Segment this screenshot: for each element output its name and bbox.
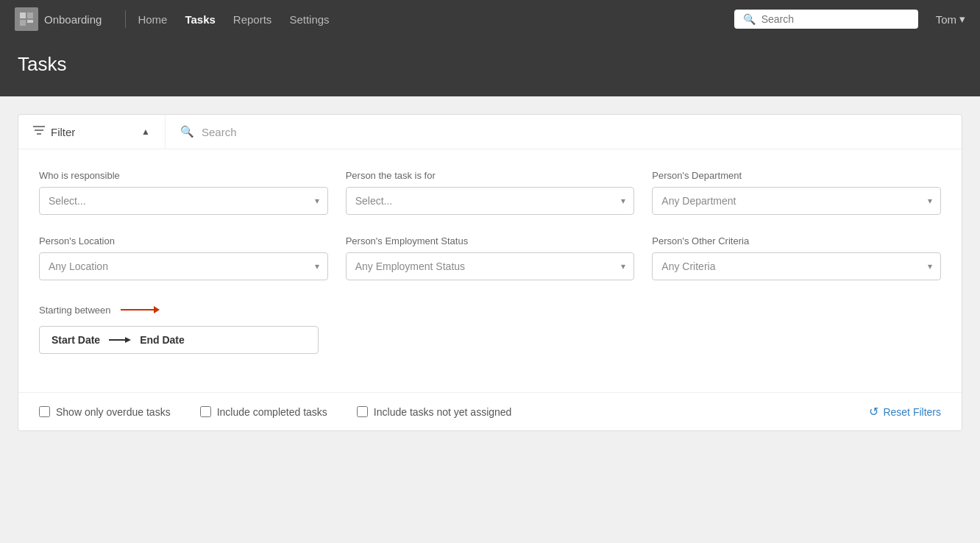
- department-label: Person's Department: [652, 170, 941, 181]
- other-criteria-select[interactable]: Any Criteria: [652, 252, 941, 280]
- not-assigned-checkbox-group: Include tasks not yet assigned: [357, 406, 512, 418]
- navbar-logo[interactable]: Onboarding: [15, 7, 102, 31]
- employment-status-select[interactable]: Any Employment Status: [346, 252, 635, 280]
- filter-toggle[interactable]: Filter ▲: [18, 115, 166, 149]
- completed-checkbox[interactable]: [200, 406, 211, 417]
- who-responsible-select[interactable]: Select...: [39, 187, 328, 215]
- location-label: Person's Location: [39, 235, 328, 246]
- starting-between-label: Starting between: [39, 301, 941, 319]
- filter-department: Person's Department Any Department: [652, 170, 941, 215]
- overdue-checkbox-group: Show only overdue tasks: [39, 406, 171, 418]
- user-name: Tom: [936, 13, 956, 26]
- navbar: Onboarding Home Tasks Reports Settings 🔍…: [0, 0, 980, 38]
- filter-employment-status: Person's Employment Status Any Employmen…: [346, 235, 635, 280]
- employment-status-label: Person's Employment Status: [346, 235, 635, 246]
- not-assigned-checkbox[interactable]: [357, 406, 368, 417]
- svg-rect-1: [27, 13, 33, 18]
- navbar-search-icon: 🔍: [743, 13, 756, 25]
- other-criteria-label: Person's Other Criteria: [652, 235, 941, 246]
- location-select[interactable]: Any Location: [39, 252, 328, 280]
- filter-search-label: Search: [202, 126, 237, 138]
- filter-panel: Filter ▲ 🔍 Search Who is responsible Sel…: [18, 114, 962, 431]
- filter-icon: [33, 125, 45, 138]
- page-title: Tasks: [18, 53, 962, 76]
- employment-status-select-wrapper: Any Employment Status: [346, 252, 635, 280]
- filter-location: Person's Location Any Location: [39, 235, 328, 280]
- svg-rect-2: [20, 20, 26, 26]
- svg-marker-8: [154, 306, 160, 313]
- svg-rect-0: [20, 13, 26, 18]
- filter-search-section[interactable]: 🔍 Search: [166, 115, 962, 149]
- who-responsible-label: Who is responsible: [39, 170, 328, 181]
- starting-between-section: Starting between Start Date: [39, 301, 941, 354]
- logo-icon: [15, 7, 38, 31]
- overdue-checkbox[interactable]: [39, 406, 50, 417]
- main-content: Filter ▲ 🔍 Search Who is responsible Sel…: [0, 96, 980, 449]
- filter-task-for: Person the task is for Select...: [346, 170, 635, 215]
- reset-filters-button[interactable]: ↺ Reset Filters: [869, 405, 941, 419]
- navbar-search-box[interactable]: 🔍: [734, 10, 918, 29]
- user-chevron-icon: ▾: [959, 13, 965, 26]
- department-select-wrapper: Any Department: [652, 187, 941, 215]
- task-for-select[interactable]: Select...: [346, 187, 635, 215]
- filter-footer: Show only overdue tasks Include complete…: [18, 392, 962, 430]
- date-end-label: End Date: [140, 334, 185, 346]
- starting-between-text: Starting between: [39, 305, 111, 316]
- task-for-label: Person the task is for: [346, 170, 635, 181]
- date-start-label: Start Date: [52, 334, 100, 346]
- filter-header: Filter ▲ 🔍 Search: [18, 115, 962, 149]
- filter-row-2: Person's Location Any Location Person's …: [39, 235, 941, 280]
- filter-other-criteria: Person's Other Criteria Any Criteria: [652, 235, 941, 280]
- nav-tasks[interactable]: Tasks: [185, 10, 215, 29]
- completed-checkbox-group: Include completed tasks: [200, 406, 327, 418]
- other-criteria-select-wrapper: Any Criteria: [652, 252, 941, 280]
- navbar-links: Home Tasks Reports Settings: [138, 10, 734, 29]
- page-header: Tasks: [0, 38, 980, 96]
- red-arrow-indicator: [117, 301, 161, 319]
- filter-search-icon: 🔍: [180, 125, 194, 138]
- date-range-box[interactable]: Start Date End Date: [39, 326, 319, 354]
- navbar-logo-text: Onboarding: [44, 13, 102, 26]
- svg-marker-10: [125, 337, 131, 343]
- user-menu[interactable]: Tom ▾: [936, 13, 965, 26]
- svg-rect-3: [27, 20, 33, 23]
- task-for-select-wrapper: Select...: [346, 187, 635, 215]
- navbar-divider: [125, 10, 126, 28]
- date-range-arrow-icon: [109, 334, 131, 346]
- filter-label: Filter: [51, 126, 75, 138]
- overdue-label[interactable]: Show only overdue tasks: [56, 406, 171, 418]
- navbar-search-input[interactable]: [761, 13, 909, 25]
- location-select-wrapper: Any Location: [39, 252, 328, 280]
- nav-reports[interactable]: Reports: [233, 10, 272, 29]
- department-select[interactable]: Any Department: [652, 187, 941, 215]
- reset-filters-label: Reset Filters: [883, 406, 941, 418]
- not-assigned-label[interactable]: Include tasks not yet assigned: [374, 406, 512, 418]
- nav-settings[interactable]: Settings: [289, 10, 329, 29]
- filter-chevron-icon: ▲: [141, 127, 150, 137]
- filter-who-responsible: Who is responsible Select...: [39, 170, 328, 215]
- nav-home[interactable]: Home: [138, 10, 167, 29]
- completed-label[interactable]: Include completed tasks: [217, 406, 327, 418]
- reset-icon: ↺: [869, 405, 878, 419]
- who-responsible-select-wrapper: Select...: [39, 187, 328, 215]
- filter-row-1: Who is responsible Select... Person the …: [39, 170, 941, 215]
- filter-body: Who is responsible Select... Person the …: [18, 149, 962, 392]
